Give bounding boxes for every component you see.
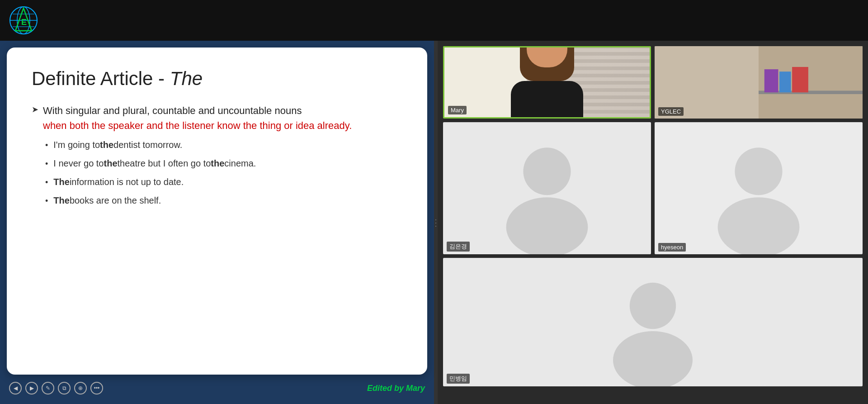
edit-button[interactable]: ✎ xyxy=(42,382,54,394)
sub-bullet-4: The books are on the shelf. xyxy=(45,195,402,206)
play-button[interactable]: ▶ xyxy=(25,382,38,394)
sub-bullet-3: The information is not up to date. xyxy=(45,177,402,187)
mary-video xyxy=(444,48,650,117)
copy-button[interactable]: ⧉ xyxy=(58,382,71,394)
hyeseon-name-label: hyeseon xyxy=(658,243,686,252)
slide-area: Definite Article - The ➤ With singular a… xyxy=(0,41,434,404)
svg-point-15 xyxy=(523,147,571,195)
slide-title-italic: The xyxy=(170,68,203,89)
slide-controls[interactable]: ◀ ▶ ✎ ⧉ ⊕ ••• xyxy=(9,382,103,394)
sub-bullet-1: I'm going to the dentist tomorrow. xyxy=(45,140,402,150)
svg-text:E: E xyxy=(21,18,27,27)
slide-main-bullet-text: With singular and plural, countable and … xyxy=(43,105,302,116)
participant-tile-hyeseon[interactable]: hyeseon xyxy=(655,122,863,254)
slide-bottom-bar: ◀ ▶ ✎ ⧉ ⊕ ••• Edited by Mary xyxy=(7,379,427,397)
minbyeongim-name-label: 민병임 xyxy=(447,374,470,384)
minbyeongim-video-off xyxy=(443,258,863,386)
svg-rect-11 xyxy=(764,69,778,92)
kimeunyeong-video-off xyxy=(443,122,651,254)
slide-sub-bullets: I'm going to the dentist tomorrow. I nev… xyxy=(32,140,402,206)
main-content: Definite Article - The ➤ With singular a… xyxy=(0,41,868,404)
participants-area: Mary YGLEC xyxy=(438,41,868,404)
yglec-video xyxy=(655,46,863,119)
slide-red-text: when both the speaker and the listener k… xyxy=(43,118,352,133)
top-bar: E xyxy=(0,0,868,41)
yglec-name-label: YGLEC xyxy=(658,107,684,116)
sub-bullet-2: I never go to the theatre but I often go… xyxy=(45,158,402,169)
logo: E xyxy=(9,6,38,35)
panel-divider[interactable]: ⋮ xyxy=(434,41,438,404)
mary-name-label: Mary xyxy=(448,106,467,114)
participant-tile-kimeunyeong[interactable]: 김은경 xyxy=(443,122,651,254)
svg-rect-13 xyxy=(792,67,808,92)
participant-tile-yglec[interactable]: YGLEC xyxy=(655,46,863,119)
svg-point-18 xyxy=(735,147,782,195)
kimeunyeong-name-label: 김은경 xyxy=(447,242,470,252)
zoom-button[interactable]: ⊕ xyxy=(74,382,87,394)
slide-main-bullet: ➤ With singular and plural, countable an… xyxy=(32,103,402,133)
participant-tile-minbyeongim[interactable]: 민병임 xyxy=(443,258,863,386)
svg-rect-12 xyxy=(779,71,791,92)
more-button[interactable]: ••• xyxy=(90,382,103,394)
slide-content: Definite Article - The ➤ With singular a… xyxy=(7,48,427,375)
bullet-arrow-icon: ➤ xyxy=(32,105,38,114)
slide-title: Definite Article - The xyxy=(32,68,402,90)
edited-by-label: Edited by Mary xyxy=(367,384,425,393)
mary-shoulder xyxy=(511,81,583,117)
hyeseon-video-off xyxy=(655,122,863,254)
slide-title-regular: Definite Article - xyxy=(32,68,170,89)
svg-point-22 xyxy=(613,331,693,386)
mary-figure xyxy=(502,48,592,117)
prev-button[interactable]: ◀ xyxy=(9,382,22,394)
participant-tile-mary[interactable]: Mary xyxy=(443,46,651,119)
svg-point-21 xyxy=(630,282,676,328)
